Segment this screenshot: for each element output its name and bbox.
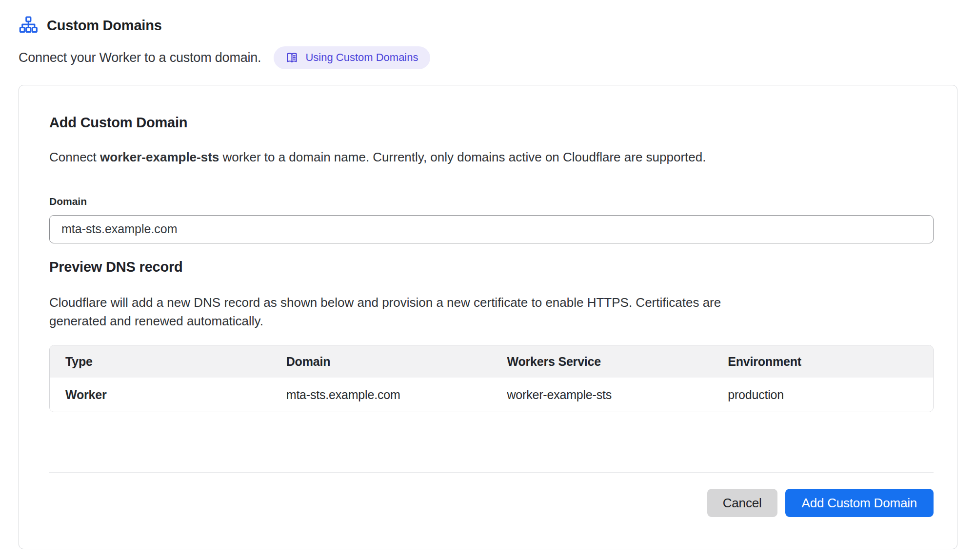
table-header-domain: Domain: [271, 345, 492, 378]
open-book-icon: [285, 51, 298, 64]
card-actions: Cancel Add Custom Domain: [49, 489, 934, 517]
table-header-type: Type: [50, 345, 271, 378]
dns-preview-table: Type Domain Workers Service Environment …: [49, 345, 934, 412]
add-custom-domain-card: Add Custom Domain Connect worker-example…: [19, 85, 957, 549]
cell-workers-service: worker-example-sts: [492, 378, 713, 412]
cell-type: Worker: [50, 378, 271, 412]
page-header: Custom Domains Connect your Worker to a …: [0, 0, 975, 69]
cell-domain: mta-sts.example.com: [271, 378, 492, 412]
table-row: Worker mta-sts.example.com worker-exampl…: [50, 378, 933, 412]
domain-label: Domain: [49, 196, 934, 207]
description-prefix: Connect: [49, 150, 100, 164]
worker-description: Connect worker-example-sts worker to a d…: [49, 148, 934, 166]
sitemap-icon: [19, 16, 38, 35]
description-suffix: worker to a domain name. Currently, only…: [219, 150, 706, 164]
card-heading: Add Custom Domain: [49, 115, 934, 131]
add-custom-domain-button[interactable]: Add Custom Domain: [785, 489, 934, 517]
cancel-button[interactable]: Cancel: [707, 489, 777, 517]
using-custom-domains-link[interactable]: Using Custom Domains: [274, 46, 430, 69]
worker-name: worker-example-sts: [100, 150, 219, 164]
page-title: Custom Domains: [47, 18, 162, 34]
domain-input[interactable]: [49, 215, 934, 243]
preview-description: Cloudflare will add a new DNS record as …: [49, 294, 766, 330]
preview-heading: Preview DNS record: [49, 259, 934, 275]
docs-badge-label: Using Custom Domains: [305, 51, 418, 64]
table-header-workers-service: Workers Service: [492, 345, 713, 378]
table-header-environment: Environment: [712, 345, 933, 378]
page-subtitle: Connect your Worker to a custom domain.: [19, 50, 261, 65]
footer-divider: [49, 472, 934, 473]
table-header-row: Type Domain Workers Service Environment: [50, 345, 933, 378]
cell-environment: production: [712, 378, 933, 412]
